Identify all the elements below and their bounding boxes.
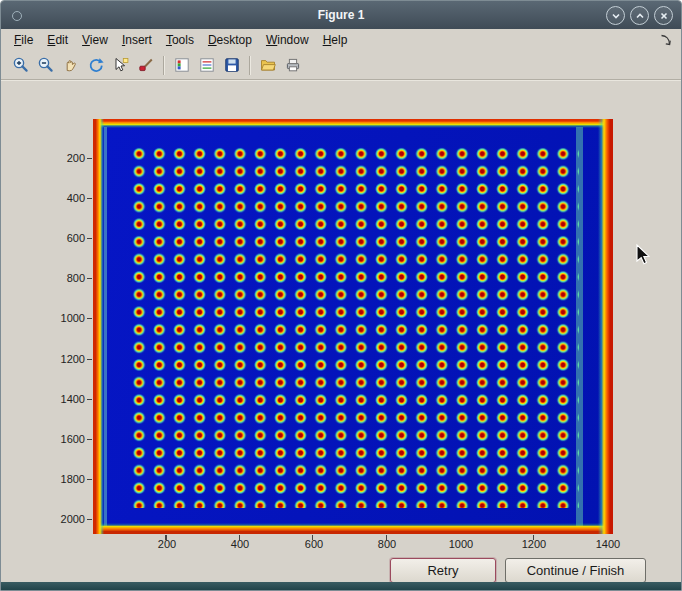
- retry-button[interactable]: Retry: [390, 558, 496, 583]
- y-tick-label: 600: [39, 232, 85, 244]
- menu-item-view[interactable]: View: [75, 29, 115, 51]
- x-tick-label: 1400: [588, 538, 628, 550]
- y-tick-label: 800: [39, 272, 85, 284]
- chevron-down-icon: [611, 11, 621, 21]
- legend-icon: [198, 56, 216, 74]
- window-bottom-border: [1, 582, 681, 591]
- legend-button[interactable]: [194, 53, 219, 78]
- y-tick-label: 1800: [39, 473, 85, 485]
- plot-edge-top: [93, 119, 613, 128]
- plot-edge-bottom: [93, 523, 613, 534]
- x-tick-label: 600: [294, 538, 334, 550]
- close-icon: [659, 11, 669, 21]
- maximize-button[interactable]: [630, 6, 649, 25]
- plot-image[interactable]: [93, 119, 613, 534]
- plot-left-green-streak: [104, 127, 107, 526]
- y-tick-label: 1000: [39, 312, 85, 324]
- rotate-3d-button[interactable]: [83, 53, 108, 78]
- figure-canvas: 200 400 600 800 1000 1200 1400 1600 1800…: [1, 81, 681, 582]
- x-tick-label: 1200: [514, 538, 554, 550]
- window-title: Figure 1: [1, 1, 681, 29]
- print-button[interactable]: [280, 53, 305, 78]
- toolbar: [1, 51, 681, 80]
- menu-item-help[interactable]: Help: [316, 29, 355, 51]
- brush-icon: [137, 56, 155, 74]
- plot-edge-right: [598, 119, 613, 534]
- menu-item-desktop[interactable]: Desktop: [201, 29, 259, 51]
- x-tick-label: 1000: [441, 538, 481, 550]
- save-icon: [223, 56, 241, 74]
- pan-button[interactable]: [58, 53, 83, 78]
- menu-item-tools[interactable]: Tools: [159, 29, 201, 51]
- x-tick-label: 400: [220, 538, 260, 550]
- y-tick-label: 200: [39, 152, 85, 164]
- plot-right-green-streak: [576, 127, 583, 526]
- y-tick-label: 400: [39, 192, 85, 204]
- brush-button[interactable]: [133, 53, 158, 78]
- titlebar[interactable]: Figure 1: [1, 1, 681, 29]
- open-button[interactable]: [255, 53, 280, 78]
- colorbar-button[interactable]: [169, 53, 194, 78]
- y-tick-label: 1600: [39, 433, 85, 445]
- zoom-out-button[interactable]: [33, 53, 58, 78]
- dot-grid: [129, 145, 579, 508]
- y-tick-label: 1400: [39, 393, 85, 405]
- zoom-in-button[interactable]: [8, 53, 33, 78]
- menu-bar: File Edit View Insert Tools Desktop Wind…: [1, 29, 681, 51]
- menu-item-edit[interactable]: Edit: [40, 29, 75, 51]
- x-tick-label: 800: [367, 538, 407, 550]
- dock-arrow-icon[interactable]: [659, 33, 673, 47]
- chevron-up-icon: [635, 11, 645, 21]
- hand-icon: [62, 56, 80, 74]
- colorbar-icon: [173, 56, 191, 74]
- open-folder-icon: [259, 56, 277, 74]
- figure-window: Figure 1 File Edit View Insert Tools Des…: [0, 0, 682, 591]
- y-axis-tickmarks: [87, 119, 92, 534]
- continue-finish-button[interactable]: Continue / Finish: [505, 558, 646, 583]
- save-button[interactable]: [219, 53, 244, 78]
- data-cursor-icon: [112, 56, 130, 74]
- toolbar-separator: [163, 56, 164, 75]
- menu-item-insert[interactable]: Insert: [115, 29, 159, 51]
- menu-item-window[interactable]: Window: [259, 29, 316, 51]
- rotate-3d-icon: [87, 56, 105, 74]
- x-tick-label: 200: [147, 538, 187, 550]
- plot-edge-left: [93, 119, 104, 534]
- shade-button[interactable]: [606, 6, 625, 25]
- zoom-out-icon: [37, 56, 55, 74]
- zoom-in-icon: [12, 56, 30, 74]
- y-tick-label: 1200: [39, 353, 85, 365]
- close-button[interactable]: [654, 6, 673, 25]
- print-icon: [284, 56, 302, 74]
- data-cursor-button[interactable]: [108, 53, 133, 78]
- menu-item-file[interactable]: File: [7, 29, 40, 51]
- toolbar-separator: [249, 56, 250, 75]
- y-tick-label: 2000: [39, 513, 85, 525]
